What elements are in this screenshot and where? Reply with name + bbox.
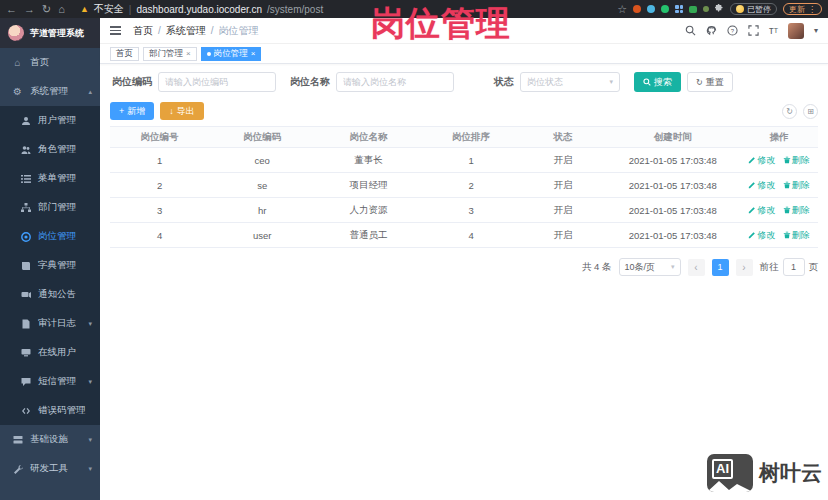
cell-actions: 修改 删除: [740, 204, 818, 217]
extension-icon[interactable]: [675, 5, 683, 13]
sidebar-logo[interactable]: 芋道管理系统: [0, 18, 100, 48]
sidebar-item-dict[interactable]: 字典管理: [0, 251, 100, 280]
chevron-up-icon: ▴: [88, 88, 92, 96]
search-button[interactable]: 搜索: [634, 72, 681, 92]
tab-posts-active[interactable]: 岗位管理 ×: [201, 47, 262, 61]
column-header: 状态: [521, 131, 606, 144]
sidebar-item-audit-log[interactable]: 审计日志 ▾: [0, 309, 100, 338]
post-name-input[interactable]: [336, 72, 454, 92]
user-avatar[interactable]: [788, 23, 804, 39]
sidebar: 芋道管理系统 ⌂ 首页 ⚙ 系统管理 ▴ 用户管理 角色管理: [0, 18, 100, 500]
extension-icon[interactable]: [703, 6, 709, 12]
hamburger-menu-icon[interactable]: [110, 26, 121, 35]
delete-link[interactable]: 删除: [783, 204, 810, 217]
sidebar-item-label: 岗位管理: [38, 230, 76, 243]
delete-link[interactable]: 删除: [783, 179, 810, 192]
delete-link[interactable]: 删除: [783, 229, 810, 242]
breadcrumb-home[interactable]: 首页: [133, 24, 153, 38]
edit-link[interactable]: 修改: [748, 229, 775, 242]
help-icon[interactable]: ?: [727, 25, 738, 36]
search-icon[interactable]: [685, 25, 696, 36]
refresh-icon[interactable]: ↻: [782, 104, 797, 119]
address-bar[interactable]: ▲ 不安全 | dashboard.yudao.iocoder.cn/syste…: [80, 2, 323, 16]
page-number-button[interactable]: 1: [712, 259, 729, 276]
users-icon: [20, 145, 31, 155]
extension-icon[interactable]: [661, 5, 669, 13]
extension-icon[interactable]: [647, 5, 655, 13]
reset-button-label: 重置: [706, 76, 724, 89]
sidebar-item-system[interactable]: ⚙ 系统管理 ▴: [0, 77, 100, 106]
browser-home-icon[interactable]: ⌂: [58, 4, 65, 15]
prev-page-button[interactable]: ‹: [688, 259, 705, 276]
reset-icon: ↻: [696, 78, 703, 87]
github-icon[interactable]: [706, 25, 717, 36]
delete-link[interactable]: 删除: [783, 154, 810, 167]
sidebar-item-menus[interactable]: 菜单管理: [0, 164, 100, 193]
address-separator: |: [129, 4, 132, 15]
browser-back-icon[interactable]: ←: [6, 4, 17, 15]
sidebar-item-dev-tools[interactable]: 研发工具 ▾: [0, 454, 100, 483]
sidebar-item-sms[interactable]: 短信管理 ▾: [0, 367, 100, 396]
total-count: 共 4 条: [582, 261, 612, 274]
breadcrumb-current: 岗位管理: [219, 24, 259, 38]
sidebar-item-home[interactable]: ⌂ 首页: [0, 48, 100, 77]
extensions-puzzle-icon[interactable]: [715, 4, 724, 15]
sidebar-item-online-users[interactable]: 在线用户: [0, 338, 100, 367]
status-select[interactable]: 岗位状态 ▾: [520, 72, 620, 92]
chevron-down-icon: ▾: [609, 78, 613, 86]
annotation-post-management: 岗位管理: [371, 1, 511, 47]
pencil-icon: [748, 156, 756, 164]
cell-post-code: user: [209, 230, 315, 241]
goto-page-input[interactable]: [783, 258, 805, 276]
next-page-button[interactable]: ›: [736, 259, 753, 276]
breadcrumb-system[interactable]: 系统管理: [166, 24, 206, 38]
chevron-down-icon[interactable]: ▾: [814, 26, 818, 35]
fullscreen-icon[interactable]: [748, 25, 759, 36]
add-button[interactable]: + 新增: [110, 102, 154, 120]
edit-link[interactable]: 修改: [748, 204, 775, 217]
tools-icon: [12, 464, 23, 474]
breadcrumb-separator: /: [158, 25, 161, 36]
close-icon[interactable]: ×: [251, 49, 256, 58]
page-content: 岗位编码 岗位名称 状态 岗位状态 ▾ 搜索 ↻ 重置: [100, 64, 828, 500]
edit-link[interactable]: 修改: [748, 154, 775, 167]
tab-home[interactable]: 首页: [110, 47, 139, 61]
export-button[interactable]: ↓ 导出: [160, 102, 204, 120]
table-row: 2 se 项目经理 2 开启 2021-01-05 17:03:48 修改 删除: [110, 173, 818, 198]
extension-icon[interactable]: [689, 6, 697, 13]
cell-post-id: 3: [110, 205, 209, 216]
sidebar-item-posts[interactable]: 岗位管理: [0, 222, 100, 251]
sidebar-item-departments[interactable]: 部门管理: [0, 193, 100, 222]
reset-button[interactable]: ↻ 重置: [687, 72, 733, 92]
browser-update-button[interactable]: 更新 ⋮: [783, 3, 822, 15]
trash-icon: [783, 206, 791, 214]
sidebar-item-users[interactable]: 用户管理: [0, 106, 100, 135]
table-header-row: 岗位编号 岗位编码 岗位名称 岗位排序 状态 创建时间 操作: [110, 127, 818, 148]
url-host: dashboard.yudao.iocoder.cn: [136, 4, 262, 15]
delete-label: 删除: [792, 154, 810, 167]
sidebar-item-infrastructure[interactable]: 基础设施 ▾: [0, 425, 100, 454]
bookmark-star-icon[interactable]: ☆: [617, 4, 627, 15]
column-header: 岗位名称: [315, 131, 421, 144]
sidebar-item-notice[interactable]: 通知公告: [0, 280, 100, 309]
mountain-icon: [707, 476, 753, 492]
font-size-icon[interactable]: тT: [769, 26, 778, 36]
edit-link[interactable]: 修改: [748, 179, 775, 192]
pencil-icon: [748, 181, 756, 189]
sidebar-item-error-codes[interactable]: 错误码管理: [0, 396, 100, 425]
extension-paused-badge[interactable]: 已暂停: [730, 3, 777, 15]
trash-icon: [783, 156, 791, 164]
extension-icon[interactable]: [633, 5, 641, 13]
browser-forward-icon[interactable]: →: [24, 4, 35, 15]
close-icon[interactable]: ×: [186, 49, 191, 58]
search-button-label: 搜索: [654, 76, 672, 89]
browser-refresh-icon[interactable]: ↻: [42, 4, 51, 15]
sidebar-item-roles[interactable]: 角色管理: [0, 135, 100, 164]
page-size-select[interactable]: 10条/页 ▾: [619, 258, 681, 276]
tab-departments[interactable]: 部门管理 ×: [143, 47, 197, 61]
column-settings-icon[interactable]: ⊞: [803, 104, 818, 119]
cell-post-name: 董事长: [315, 154, 421, 167]
tab-label: 岗位管理: [214, 48, 248, 60]
sidebar-item-label: 审计日志: [38, 317, 76, 330]
post-code-input[interactable]: [158, 72, 276, 92]
